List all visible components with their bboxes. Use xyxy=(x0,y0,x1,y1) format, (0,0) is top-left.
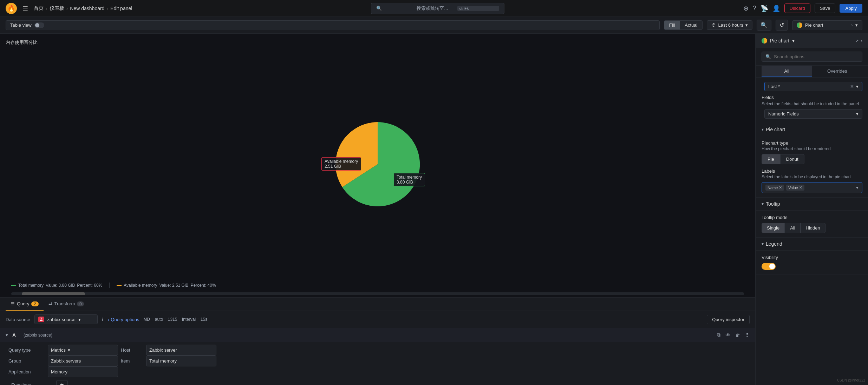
query-options-label: Query options xyxy=(111,317,139,322)
global-search[interactable]: 🔍 搜索或跳转至... ctrl+k xyxy=(371,3,504,14)
panel-area: 内存使用百分比 Available memory 2.51 GiB xyxy=(0,34,756,385)
breadcrumb-new-dashboard[interactable]: New dashboard xyxy=(70,6,104,11)
tab-query[interactable]: ☰ Query 2 xyxy=(6,298,44,311)
query-source-a: (zabbix source) xyxy=(24,333,712,338)
tooltip-section-header[interactable]: ▾ Tooltip xyxy=(756,198,868,211)
tooltip-mode-label: Tooltip mode xyxy=(762,215,862,220)
grafana-logo: 🔥 xyxy=(6,3,17,14)
tab-transform[interactable]: ⇄ Transform 0 xyxy=(44,298,89,311)
add-function-button[interactable]: + xyxy=(56,380,68,385)
breadcrumb-sep2: › xyxy=(66,6,68,11)
query-inspector-button[interactable]: Query inspector xyxy=(707,315,750,324)
transform-tab-label: Transform xyxy=(54,301,75,306)
legend-total-label: Total memory xyxy=(18,283,44,288)
clear-icon[interactable]: ✕ xyxy=(850,84,854,89)
tooltip-single-btn[interactable]: Single xyxy=(762,223,785,233)
discard-button[interactable]: Discard xyxy=(784,4,810,13)
query-type-label: Query type xyxy=(6,345,48,356)
panel-type-icon xyxy=(762,38,767,44)
last-option-select[interactable]: Last * ✕ ▾ xyxy=(764,82,862,91)
group-value: Zabbix servers xyxy=(51,358,81,364)
user-avatar[interactable]: 👤 xyxy=(772,5,780,12)
tab-overrides[interactable]: Overrides xyxy=(812,66,863,77)
legend-divider xyxy=(109,283,110,288)
application-select[interactable]: Memory xyxy=(48,366,118,377)
remove-name-label-btn[interactable]: ✕ xyxy=(779,185,782,190)
zoom-out-button[interactable]: 🔍 xyxy=(757,20,771,31)
chevron-right-icon: › xyxy=(108,317,109,322)
notifications-icon[interactable]: 📡 xyxy=(761,5,768,12)
item-label: Item xyxy=(118,356,146,366)
breadcrumb-dashboard[interactable]: 仪表板 xyxy=(50,5,64,12)
query-tabs: ☰ Query 2 ⇄ Transform 0 xyxy=(0,298,755,311)
fields-section: Fields Select the fields that should be … xyxy=(762,95,862,119)
copy-icon[interactable]: ⧉ xyxy=(716,331,722,339)
pie-chart-section-header[interactable]: ▾ Pie chart xyxy=(756,123,868,136)
help-icon[interactable]: ? xyxy=(753,5,756,12)
application-value: Memory xyxy=(51,369,67,374)
legend-section-header[interactable]: ▾ Legend xyxy=(756,238,868,251)
group-select[interactable]: Zabbix servers xyxy=(48,356,118,366)
fields-grid: Query type Metrics ▾ Host Zabbix server … xyxy=(6,345,750,377)
host-label: Host xyxy=(118,345,146,356)
donut-button[interactable]: Donut xyxy=(780,154,804,164)
info-icon[interactable]: ℹ xyxy=(102,317,104,322)
hamburger-menu[interactable]: ☰ xyxy=(21,3,30,14)
actual-button[interactable]: Actual xyxy=(680,21,702,29)
legend-total: Total memory Value: 3.80 GiB Percent: 60… xyxy=(11,283,102,288)
collapse-chevron[interactable]: ▾ xyxy=(6,332,8,338)
table-view-dot xyxy=(34,22,44,28)
chevron-down-icon: ▾ xyxy=(856,185,859,190)
fill-button[interactable]: Fill xyxy=(664,21,680,29)
panel-title-label: Pie chart xyxy=(770,38,789,44)
pie-button[interactable]: Pie xyxy=(762,154,780,164)
query-options-link[interactable]: › Query options xyxy=(108,317,139,322)
scrollbar-thumb xyxy=(22,292,85,295)
search-placeholder: 搜索或跳转至... xyxy=(417,5,454,12)
last-option-label: Last * xyxy=(768,84,848,89)
datasource-label: Data source xyxy=(6,317,30,322)
datasource-selector[interactable]: Z zabbix source ▾ xyxy=(34,314,98,324)
tooltip-all-btn[interactable]: All xyxy=(785,223,800,233)
options-search-input[interactable] xyxy=(774,54,859,59)
fields-description: Select the fields that should be include… xyxy=(762,101,862,106)
datasource-bar: Data source Z zabbix source ▾ ℹ › Query … xyxy=(0,311,755,328)
expand-arrow-icon[interactable]: ↗ xyxy=(855,38,859,44)
close-icon[interactable]: › xyxy=(861,38,862,44)
search-input-wrap[interactable]: 🔍 xyxy=(762,52,862,62)
visibility-toggle xyxy=(762,263,862,270)
tooltip-hidden-btn[interactable]: Hidden xyxy=(801,223,825,233)
item-select[interactable]: Total memory xyxy=(146,356,216,366)
legend-chevron-icon: ▾ xyxy=(762,241,764,246)
panel-header-title: Pie chart ▾ xyxy=(762,38,795,44)
table-view-toggle[interactable]: Table view xyxy=(6,20,660,30)
remove-value-label-btn[interactable]: ✕ xyxy=(799,185,802,190)
eye-icon[interactable]: 👁 xyxy=(724,331,731,339)
legend-section-content: Visibility xyxy=(756,251,868,274)
host-select[interactable]: Zabbix server xyxy=(146,345,216,356)
breadcrumb-home[interactable]: 首页 xyxy=(34,5,44,12)
fill-actual-toggle: Fill Actual xyxy=(664,20,703,30)
query-type-select[interactable]: Metrics ▾ xyxy=(48,345,118,356)
refresh-button[interactable]: ↺ xyxy=(776,20,788,31)
delete-icon[interactable]: 🗑 xyxy=(734,331,741,339)
tab-all[interactable]: All xyxy=(762,66,812,77)
panel-type-selector[interactable]: Pie chart › ▾ xyxy=(792,20,862,30)
search-icon: 🔍 xyxy=(765,54,771,59)
zabbix-badge: Z xyxy=(38,317,44,322)
last-option-row: Last * ✕ ▾ xyxy=(762,82,862,91)
labels-select[interactable]: Name ✕ Value ✕ ▾ xyxy=(762,182,862,193)
expand-icon: › xyxy=(851,22,853,28)
chevron-down-icon: ▾ xyxy=(855,22,858,28)
apply-button[interactable]: Apply xyxy=(840,4,862,13)
drag-icon[interactable]: ⠿ xyxy=(744,331,750,339)
host-value: Zabbix server xyxy=(149,347,177,353)
datasource-name: zabbix source xyxy=(47,317,75,322)
chart-scrollbar[interactable] xyxy=(11,292,744,295)
plus-icon[interactable]: ⊕ xyxy=(743,5,749,12)
time-range-picker[interactable]: ⏱ Last 6 hours ▾ xyxy=(707,20,752,30)
visibility-toggle-btn[interactable] xyxy=(762,263,776,270)
legend-available: Available memory Value: 2.51 GiB Percent… xyxy=(117,283,216,288)
fields-select[interactable]: Numeric Fields ▾ xyxy=(764,109,862,119)
save-button[interactable]: Save xyxy=(815,4,836,13)
